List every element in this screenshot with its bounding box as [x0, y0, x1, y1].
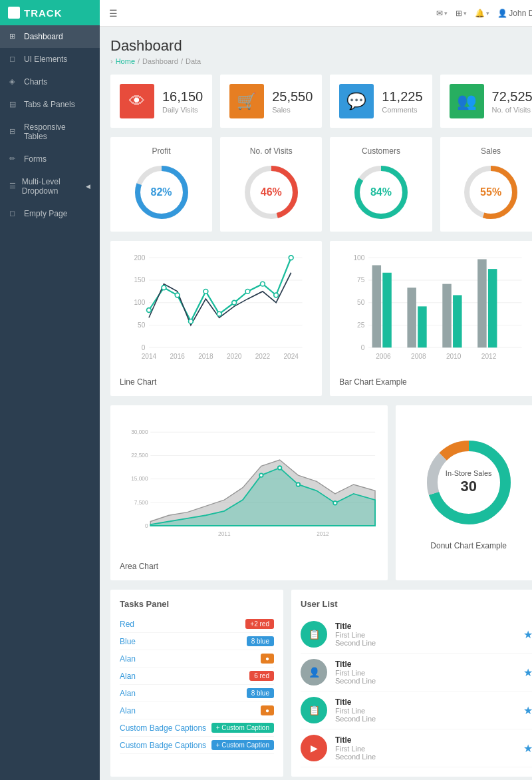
- user-info-0: Title First Line Second Line: [335, 622, 376, 647]
- svg-rect-46: [383, 273, 392, 348]
- main-content: ☰ ✉ ▾ ⊞ ▾ 🔔 ▾ 👤 John Doe Dashboard ›: [100, 0, 532, 780]
- sidebar-item-multi-dropdown[interactable]: ☰ Multi-Level Dropdown ◀: [0, 170, 100, 202]
- grid-button[interactable]: ⊞ ▾: [456, 9, 467, 18]
- task-badge-0: +2 red: [245, 619, 274, 629]
- donut-card-visits: No. of Visits 46%: [220, 137, 322, 232]
- task-row-4: Alan 8 blue: [120, 685, 274, 702]
- sidebar-item-ui-elements[interactable]: ◻ UI Elements: [0, 48, 100, 71]
- breadcrumb-home[interactable]: Home: [116, 57, 135, 65]
- user-avatar-1: 👤: [301, 659, 327, 685]
- svg-text:200: 200: [134, 254, 145, 262]
- task-label-4: Alan: [120, 689, 136, 698]
- email-button[interactable]: ✉ ▾: [436, 9, 448, 18]
- donut-cards-row: Profit 82% No. of Visits 46%: [110, 137, 532, 232]
- task-badge-7: + Custom Caption: [211, 740, 274, 750]
- donut-profit-chart: 82%: [132, 162, 192, 222]
- donut-card-sales: Sales 55%: [440, 137, 532, 232]
- charts-icon: ◈: [9, 77, 19, 87]
- email-badge: ▾: [444, 10, 448, 17]
- sidebar-item-responsive-tables[interactable]: ⊟ Responsive Tables: [0, 116, 100, 148]
- user-avatar-0: 📋: [301, 621, 327, 648]
- user-line2-3: Second Line: [335, 753, 376, 761]
- svg-text:2022: 2022: [255, 353, 271, 360]
- donut-card-profit: Profit 82%: [110, 137, 212, 232]
- svg-rect-47: [408, 288, 417, 347]
- sidebar-item-forms[interactable]: ✏ Forms: [0, 148, 100, 170]
- ui-elements-icon: ◻: [9, 55, 19, 64]
- no-of-visits-label: No. of Visits: [492, 106, 532, 114]
- svg-text:50: 50: [138, 321, 146, 329]
- bell-button[interactable]: 🔔 ▾: [475, 9, 489, 18]
- user-star-1[interactable]: ★: [523, 666, 532, 679]
- logo-icon: [8, 7, 20, 19]
- sidebar-item-tabs-panels[interactable]: ▤ Tabs & Panels: [0, 93, 100, 116]
- sidebar-item-charts[interactable]: ◈ Charts: [0, 71, 100, 93]
- svg-text:15,000: 15,000: [131, 475, 148, 482]
- donut-visits-label: 46%: [261, 186, 282, 198]
- line-chart-svg: 200 150 100 50 0 2014 2016 2018 2020 202…: [120, 250, 313, 370]
- svg-text:30,000: 30,000: [131, 429, 148, 435]
- user-title-3: Title: [335, 735, 376, 745]
- charts-row: 200 150 100 50 0 2014 2016 2018 2020 202…: [110, 241, 532, 396]
- bar-chart-title: Bar Chart Example: [339, 377, 532, 387]
- user-line1-0: First Line: [335, 631, 376, 639]
- user-star-0[interactable]: ★: [523, 628, 532, 641]
- user-list-panel: User List 📋 Title First Line Second Line…: [291, 590, 532, 777]
- task-row-7: Custom Badge Captions + Custom Caption: [120, 737, 274, 754]
- menu-icon[interactable]: ☰: [109, 8, 118, 19]
- grid-badge: ▾: [464, 10, 467, 17]
- user-avatar-2: 📋: [301, 697, 327, 723]
- user-menu[interactable]: 👤 John Doe: [497, 9, 532, 18]
- comments-number: 11,225: [382, 89, 422, 104]
- breadcrumb: › Home / Dashboard / Data: [110, 57, 532, 65]
- area-chart-card: 30,000 22,500 15,000 7,500 0 2011: [110, 405, 388, 580]
- user-line1-3: First Line: [335, 745, 376, 753]
- svg-text:0: 0: [145, 522, 148, 529]
- stat-card-daily-visits: 👁 16,150 Daily Visits: [110, 75, 212, 128]
- svg-point-34: [289, 256, 293, 260]
- user-title-0: Title: [335, 622, 376, 631]
- bell-icon: 🔔: [475, 9, 485, 18]
- task-panel-title: Tasks Panel: [120, 599, 274, 609]
- content-area: Dashboard › Home / Dashboard / Data 👁 16…: [100, 27, 532, 780]
- comments-icon: 💬: [339, 84, 374, 118]
- dropdown-icon: ☰: [9, 182, 17, 191]
- dashboard-icon: ⊞: [9, 32, 19, 41]
- donut-big-center: In-Store Sales 30: [446, 469, 492, 495]
- task-row-3: Alan 6 red: [120, 668, 274, 685]
- stat-card-sales: 🛒 25,550 Sales: [220, 75, 322, 128]
- sidebar-item-dashboard[interactable]: ⊞ Dashboard: [0, 25, 100, 48]
- user-star-3[interactable]: ★: [523, 742, 532, 755]
- user-list-item-1: 👤 Title First Line Second Line ★: [301, 654, 532, 691]
- task-row-1: Blue 8 blue: [120, 633, 274, 650]
- area-chart-title: Area Chart: [120, 562, 378, 571]
- svg-text:2011: 2011: [218, 530, 231, 537]
- app-name: TRACK: [24, 7, 63, 19]
- no-of-visits-info: 72,525 No. of Visits: [492, 89, 532, 114]
- task-row-6: Custom Badge Captions + Custom Caption: [120, 719, 274, 737]
- breadcrumb-dashboard: Dashboard: [142, 57, 178, 65]
- svg-rect-45: [372, 266, 382, 348]
- donut-big-value: 30: [446, 478, 492, 495]
- svg-point-31: [245, 290, 250, 294]
- breadcrumb-sep2: /: [181, 57, 183, 65]
- svg-point-28: [203, 290, 208, 294]
- task-badge-1: 8 blue: [247, 636, 274, 646]
- daily-visits-icon: 👁: [120, 84, 154, 118]
- user-list-item-3: ▶ Title First Line Second Line ★: [301, 729, 532, 767]
- sales-number: 25,550: [272, 89, 313, 104]
- area-row: 30,000 22,500 15,000 7,500 0 2011: [110, 405, 532, 580]
- user-line1-1: First Line: [335, 669, 376, 677]
- user-title-2: Title: [335, 697, 376, 707]
- user-star-2[interactable]: ★: [523, 704, 532, 717]
- breadcrumb-arrow: ›: [110, 57, 113, 65]
- sidebar-item-empty-page[interactable]: ◻ Empty Page: [0, 202, 100, 225]
- donut-big-title: Donut Chart Example: [430, 541, 507, 550]
- no-of-visits-number: 72,525: [492, 89, 532, 104]
- area-chart-svg: 30,000 22,500 15,000 7,500 0 2011: [120, 415, 378, 554]
- donut-profit-title: Profit: [120, 146, 203, 156]
- task-badge-4: 8 blue: [247, 688, 274, 698]
- task-badge-3: 6 red: [249, 671, 274, 681]
- sales-label: Sales: [272, 106, 313, 114]
- donut-sales-label: 55%: [480, 186, 501, 198]
